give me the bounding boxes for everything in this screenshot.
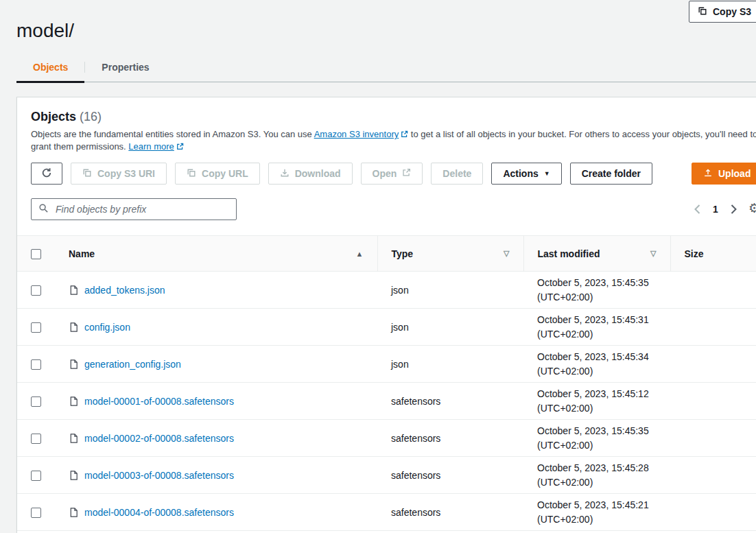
table-row: added_tokens.json json October 5, 2023, … [17, 272, 756, 309]
object-name-link[interactable]: model-00003-of-00008.safetensors [84, 470, 234, 481]
description-text: Objects are the fundamental entities sto… [31, 129, 314, 139]
refresh-button[interactable] [31, 163, 62, 185]
object-modified-timezone: (UTC+02:00) [537, 475, 657, 490]
preferences-gear-icon[interactable]: ⚙ [748, 200, 756, 216]
copy-s3-uri-label: Copy S3 URI [97, 168, 155, 179]
description-text: to get a list of all objects in your buc… [408, 129, 756, 139]
copy-url-label: Copy URL [202, 168, 248, 179]
external-link-icon [402, 168, 411, 179]
copy-s3-label: Copy S3 [713, 6, 751, 17]
object-modified-date: October 5, 2023, 15:45:31 [537, 313, 657, 327]
object-modified-timezone: (UTC+02:00) [537, 290, 657, 305]
file-icon [69, 322, 79, 333]
column-header-type-label: Type [392, 248, 414, 259]
tabs: Objects Properties [16, 53, 756, 82]
object-name-link[interactable]: generation_config.json [84, 359, 181, 370]
external-link-icon [176, 143, 184, 150]
delete-button[interactable]: Delete [431, 163, 483, 185]
column-header-size-label: Size [685, 248, 704, 259]
description-text: grant them permissions. [31, 141, 128, 152]
open-label: Open [373, 168, 397, 179]
row-checkbox[interactable] [31, 322, 41, 333]
copy-s3-button[interactable]: Copy S3 [689, 1, 756, 23]
object-size [670, 346, 756, 383]
actions-dropdown-button[interactable]: Actions ▼ [491, 163, 561, 185]
object-size [670, 457, 756, 494]
column-header-name[interactable]: Name▲ [55, 236, 377, 272]
object-modified-date: October 5, 2023, 15:45:35 [537, 276, 657, 290]
table-header-row: Name▲ Type▽ Last modified▽ Size▽ [17, 236, 756, 272]
object-type: safetensors [377, 383, 523, 420]
object-type: safetensors [377, 457, 523, 494]
object-name-link[interactable]: config.json [84, 322, 130, 333]
object-size [670, 272, 756, 309]
object-modified-timezone: (UTC+02:00) [537, 327, 657, 342]
sort-inactive-icon[interactable]: ▽ [504, 249, 509, 258]
search-icon [38, 203, 49, 215]
object-type: json [377, 346, 523, 383]
page-title: model/ [16, 20, 74, 42]
object-name-link[interactable]: added_tokens.json [84, 285, 165, 296]
tab-properties[interactable]: Properties [85, 53, 165, 82]
table-row: model-00001-of-00008.safetensors safeten… [17, 383, 756, 420]
copy-icon [698, 6, 707, 18]
create-folder-button[interactable]: Create folder [570, 163, 652, 185]
object-name-link[interactable]: model-00001-of-00008.safetensors [84, 396, 234, 407]
row-checkbox[interactable] [31, 471, 41, 481]
objects-table: Name▲ Type▽ Last modified▽ Size▽ add [17, 235, 756, 531]
tab-objects[interactable]: Objects [16, 53, 84, 82]
object-type: safetensors [377, 420, 523, 457]
search-input[interactable] [54, 203, 229, 215]
object-name-link[interactable]: model-00002-of-00008.safetensors [84, 433, 234, 444]
create-folder-label: Create folder [582, 168, 641, 179]
row-checkbox[interactable] [31, 434, 41, 444]
sort-ascending-icon[interactable]: ▲ [356, 250, 364, 258]
copy-icon [187, 168, 196, 180]
object-modified-date: October 5, 2023, 15:45:35 [537, 424, 657, 438]
upload-icon [703, 168, 713, 180]
copy-url-button[interactable]: Copy URL [175, 163, 260, 185]
object-modified-date: October 5, 2023, 15:45:12 [537, 387, 657, 401]
upload-button[interactable]: Upload [692, 163, 756, 185]
amazon-s3-inventory-link[interactable]: Amazon S3 inventory [314, 129, 409, 139]
object-size [670, 383, 756, 420]
select-all-checkbox[interactable] [31, 249, 41, 259]
file-icon [69, 507, 79, 518]
column-header-last-modified[interactable]: Last modified▽ [523, 236, 670, 272]
object-modified-date: October 5, 2023, 15:45:21 [537, 498, 657, 512]
objects-panel: Objects (16) Objects are the fundamental… [16, 97, 756, 533]
actions-label: Actions [503, 168, 538, 179]
object-modified-date: October 5, 2023, 15:45:34 [537, 350, 657, 364]
object-modified-date: October 5, 2023, 15:45:28 [537, 461, 657, 475]
page-number[interactable]: 1 [713, 204, 718, 215]
tab-properties-label: Properties [102, 62, 149, 73]
sort-inactive-icon[interactable]: ▽ [650, 249, 656, 258]
file-icon [69, 433, 79, 444]
table-row: generation_config.json json October 5, 2… [17, 346, 756, 383]
panel-description: Objects are the fundamental entities sto… [31, 128, 756, 153]
previous-page-button[interactable] [694, 204, 700, 214]
row-checkbox[interactable] [31, 396, 41, 407]
copy-s3-uri-button[interactable]: Copy S3 URI [71, 163, 167, 185]
file-icon [69, 285, 79, 296]
objects-table-body: added_tokens.json json October 5, 2023, … [17, 272, 756, 531]
object-count: (16) [80, 110, 102, 123]
object-name-link[interactable]: model-00004-of-00008.safetensors [84, 507, 234, 518]
column-header-type[interactable]: Type▽ [377, 236, 523, 272]
row-checkbox[interactable] [31, 508, 41, 518]
object-type: json [377, 272, 523, 309]
caret-down-icon: ▼ [544, 171, 550, 177]
column-header-size[interactable]: Size▽ [670, 236, 756, 272]
external-link-icon [401, 130, 408, 138]
row-checkbox[interactable] [31, 359, 41, 370]
open-button[interactable]: Open [361, 163, 423, 185]
download-button[interactable]: Download [268, 163, 353, 185]
column-header-name-label: Name [69, 248, 95, 259]
object-modified-timezone: (UTC+02:00) [537, 438, 657, 453]
table-row: model-00002-of-00008.safetensors safeten… [17, 420, 756, 457]
learn-more-link[interactable]: Learn more [128, 141, 183, 152]
file-icon [69, 396, 79, 407]
row-checkbox[interactable] [31, 285, 41, 296]
copy-icon [82, 168, 92, 180]
next-page-button[interactable] [731, 204, 737, 214]
